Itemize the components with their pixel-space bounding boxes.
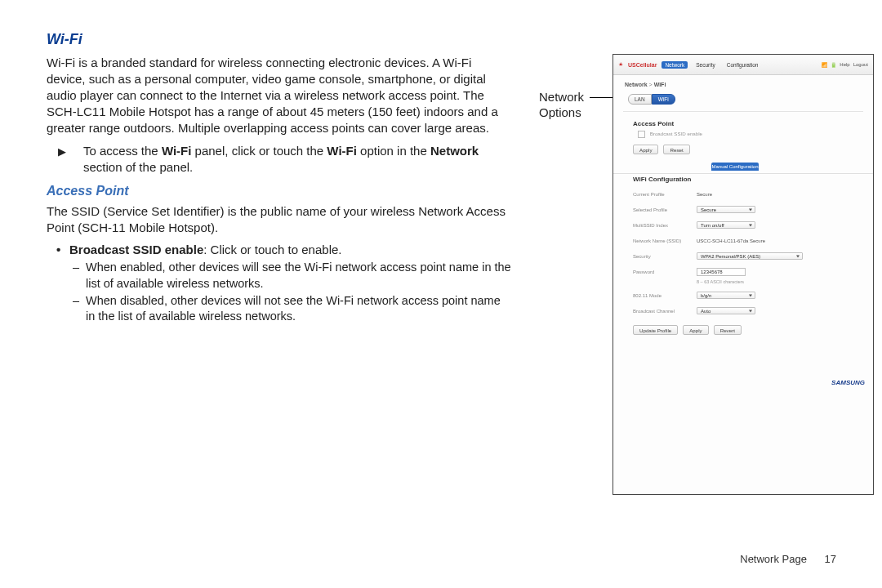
- broadcast-ssid-bullet: Broadcast SSID enable: Click or touch to…: [47, 242, 512, 258]
- triangle-bullet-icon: ▶: [58, 145, 66, 158]
- broadcast-ssid-disabled-note: When disabled, other devices will not se…: [47, 293, 512, 325]
- reset-button[interactable]: Reset: [663, 145, 689, 154]
- samsung-logo: SAMSUNG: [831, 379, 865, 386]
- channel-select[interactable]: Auto: [697, 307, 755, 314]
- admin-panel-screenshot: ★ USCellular Network Security Configurat…: [612, 54, 874, 495]
- broadcast-ssid-checkbox[interactable]: Broadcast SSID enable: [613, 129, 873, 143]
- manual-configuration-tab[interactable]: Manual Configuration: [711, 163, 759, 171]
- tab-configuration[interactable]: Configuration: [724, 61, 762, 69]
- breadcrumb: Network > WiFi: [613, 75, 873, 91]
- row-80211-mode: 802.11 Mode b/g/n: [613, 287, 873, 303]
- page-number: 17: [825, 553, 836, 565]
- heading-wifi: Wi-Fi: [47, 31, 512, 48]
- row-selected-profile: Selected Profile Secure: [613, 202, 873, 217]
- battery-icon: 🔋: [831, 62, 836, 68]
- footer-section-label: Network Page: [740, 553, 807, 565]
- row-current-profile: Current Profile Secure: [613, 186, 873, 202]
- row-broadcast-channel: Broadcast Channel Auto: [613, 303, 873, 318]
- mode-select[interactable]: b/g/n: [697, 292, 755, 299]
- panel-header: ★ USCellular Network Security Configurat…: [613, 55, 873, 75]
- star-icon: ★: [618, 61, 623, 68]
- toggle-lan[interactable]: LAN: [628, 94, 652, 105]
- left-column: Wi-Fi Wi-Fi is a branded standard for wi…: [47, 31, 512, 327]
- divider: [623, 111, 863, 112]
- access-point-description: The SSID (Service Set Identifier) is the…: [47, 203, 512, 236]
- multissid-select[interactable]: Turn on/off: [697, 221, 755, 229]
- revert-button[interactable]: Revert: [714, 325, 742, 335]
- broadcast-ssid-enabled-note: When enabled, other devices will see the…: [47, 260, 512, 292]
- apply-button-2[interactable]: Apply: [683, 325, 708, 335]
- tab-network[interactable]: Network: [662, 61, 688, 69]
- page-footer: Network Page 17: [740, 553, 836, 565]
- row-multissid: MultiSSID Index Turn on/off: [613, 217, 873, 233]
- signal-icon: 📶: [822, 62, 827, 68]
- network-options-toggle: LAN WiFi: [613, 91, 873, 111]
- apply-button[interactable]: Apply: [633, 145, 658, 154]
- tab-security[interactable]: Security: [693, 61, 718, 69]
- heading-access-point: Access Point: [47, 184, 512, 198]
- password-hint: 8 – 63 ASCII characters: [697, 279, 873, 287]
- checkbox-icon[interactable]: [638, 131, 645, 138]
- row-security: Security WPA2 Personal/PSK (AES): [613, 248, 873, 264]
- section-wifi-configuration: WiFi Configuration: [613, 173, 873, 186]
- update-profile-button[interactable]: Update Profile: [633, 325, 678, 335]
- selected-profile-select[interactable]: Secure: [697, 206, 755, 213]
- help-link[interactable]: Help: [840, 62, 849, 67]
- callout-network-options: Network Options: [539, 90, 584, 121]
- row-ssid: Network Name (SSID) USCC-SCH-LC11-67da S…: [613, 233, 873, 248]
- logout-link[interactable]: Logout: [853, 62, 868, 67]
- toggle-wifi[interactable]: WiFi: [652, 94, 675, 105]
- row-password: Password 12345678: [613, 264, 873, 279]
- password-input[interactable]: 12345678: [697, 268, 746, 276]
- security-select[interactable]: WPA2 Personal/PSK (AES): [697, 252, 803, 260]
- brand-label: USCellular: [628, 62, 657, 68]
- wifi-access-step: ▶ To access the Wi-Fi panel, click or to…: [47, 143, 512, 176]
- wifi-description: Wi-Fi is a branded standard for wireless…: [47, 55, 512, 136]
- section-access-point: Access Point: [613, 117, 873, 129]
